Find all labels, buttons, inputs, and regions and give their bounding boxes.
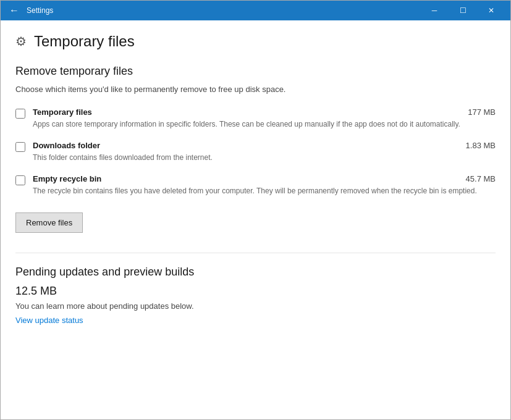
main-content: ⚙ Temporary files Remove temporary files…	[1, 20, 510, 420]
checkbox-downloads-folder[interactable]	[15, 142, 25, 152]
file-items-list: Temporary files177 MBApps can store temp…	[15, 107, 496, 196]
minimize-icon: ─	[432, 6, 437, 15]
titlebar: ← Settings ─ ☐ ✕	[1, 1, 510, 20]
file-item-recycle-bin: Empty recycle bin45.7 MBThe recycle bin …	[15, 174, 496, 196]
file-item-content-downloads-folder: Downloads folder1.83 MBThis folder conta…	[33, 141, 496, 163]
titlebar-title: Settings	[27, 6, 420, 15]
minimize-button[interactable]: ─	[420, 1, 449, 20]
file-item-name-downloads-folder: Downloads folder	[33, 141, 100, 150]
file-item-name-temp-files: Temporary files	[33, 107, 92, 117]
file-item-header-temp-files: Temporary files177 MB	[33, 107, 496, 117]
file-item-header-recycle-bin: Empty recycle bin45.7 MB	[33, 174, 496, 183]
checkbox-temp-files[interactable]	[15, 109, 25, 119]
file-item-name-recycle-bin: Empty recycle bin	[33, 174, 101, 183]
page-header: ⚙ Temporary files	[15, 33, 496, 50]
file-item-temp-files: Temporary files177 MBApps can store temp…	[15, 107, 496, 130]
section-divider	[15, 253, 496, 253]
file-item-size-downloads-folder: 1.83 MB	[466, 141, 496, 150]
remove-section-heading: Remove temporary files	[15, 65, 496, 78]
file-item-content-recycle-bin: Empty recycle bin45.7 MBThe recycle bin …	[33, 174, 496, 196]
remove-files-button[interactable]: Remove files	[15, 212, 83, 233]
back-icon: ←	[9, 5, 19, 16]
file-item-size-recycle-bin: 45.7 MB	[466, 174, 496, 183]
pending-desc: You can learn more about pending updates…	[15, 301, 496, 311]
file-item-header-downloads-folder: Downloads folder1.83 MB	[33, 141, 496, 150]
back-button[interactable]: ←	[6, 2, 23, 19]
pending-size: 12.5 MB	[15, 285, 496, 298]
file-item-size-temp-files: 177 MB	[468, 107, 496, 117]
close-icon: ✕	[488, 6, 494, 15]
pending-section-heading: Pending updates and preview builds	[15, 266, 496, 279]
file-item-downloads-folder: Downloads folder1.83 MBThis folder conta…	[15, 141, 496, 163]
checkbox-recycle-bin[interactable]	[15, 175, 25, 185]
close-button[interactable]: ✕	[477, 1, 505, 20]
page-title: Temporary files	[34, 33, 135, 50]
remove-section-desc: Choose which items you'd like to permane…	[15, 84, 496, 95]
file-item-desc-temp-files: Apps can store temporary information in …	[33, 119, 496, 130]
window-controls: ─ ☐ ✕	[420, 1, 505, 20]
gear-icon: ⚙	[15, 34, 27, 49]
file-item-desc-downloads-folder: This folder contains files downloaded fr…	[33, 153, 496, 163]
maximize-icon: ☐	[460, 6, 467, 15]
maximize-button[interactable]: ☐	[449, 1, 477, 20]
file-item-desc-recycle-bin: The recycle bin contains files you have …	[33, 186, 496, 196]
view-update-status-link[interactable]: View update status	[15, 316, 83, 325]
file-item-content-temp-files: Temporary files177 MBApps can store temp…	[33, 107, 496, 130]
